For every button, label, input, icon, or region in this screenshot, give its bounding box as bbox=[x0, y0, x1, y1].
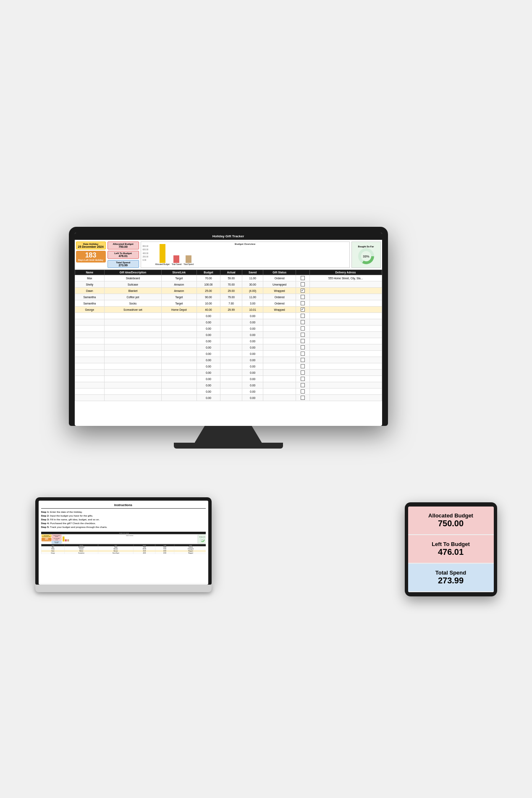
monitor-stand bbox=[195, 426, 262, 443]
gift-checkbox[interactable] bbox=[301, 320, 305, 324]
gift-checkbox[interactable] bbox=[301, 339, 305, 343]
top-cards-row: Date Holiday 25 December 2024 183 Days L… bbox=[75, 240, 382, 270]
monitor: Holiday Gift Tracker Date Holiday 25 Dec… bbox=[69, 227, 388, 449]
table-row-empty: 0.00 0.00 bbox=[75, 395, 382, 401]
table-row-empty: 0.00 0.00 bbox=[75, 326, 382, 332]
gift-checkbox[interactable] bbox=[301, 333, 305, 337]
laptop-frame: Instructions Step 1: Enter the date of t… bbox=[35, 497, 212, 585]
tablet: Allocated Budget 750.00 Left To Budget 4… bbox=[405, 502, 497, 596]
gift-checkbox[interactable] bbox=[301, 345, 305, 349]
gift-checkbox[interactable] bbox=[301, 383, 305, 387]
laptop-mini-preview: Holiday Gift Tracker Date Holiday 25 Dec… bbox=[41, 532, 206, 565]
gift-table: Name Gift Idea/Description Store/Link Bu… bbox=[75, 270, 382, 401]
bought-so-far-donut: Bought So Far 33% bbox=[351, 242, 381, 268]
monitor-base bbox=[174, 443, 283, 449]
laptop-base bbox=[35, 585, 212, 592]
tablet-card-spend: Total Spend 273.99 bbox=[408, 564, 494, 592]
monitor-screen: Holiday Gift Tracker Date Holiday 25 Dec… bbox=[75, 233, 382, 426]
table-row: Max Skateboard Target 70.00 59.00 11.00 … bbox=[75, 275, 382, 281]
table-row: George Screwdriver set Home Depot 40.00 … bbox=[75, 307, 382, 313]
instruction-step: Step 3: Fill in the name, gift idea, bud… bbox=[41, 518, 206, 521]
laptop: Instructions Step 1: Enter the date of t… bbox=[35, 497, 212, 592]
gift-checkbox[interactable] bbox=[301, 282, 305, 286]
donut-chart-svg: 33% bbox=[358, 248, 375, 265]
table-row-empty: 0.00 0.00 bbox=[75, 382, 382, 388]
gift-checkbox[interactable] bbox=[301, 326, 305, 331]
spreadsheet: Holiday Gift Tracker Date Holiday 25 Dec… bbox=[75, 233, 382, 401]
allocated-budget-card: Allocated Budget 750.00 bbox=[107, 242, 139, 249]
gift-checkbox[interactable] bbox=[301, 364, 305, 368]
gift-checkbox[interactable] bbox=[301, 276, 305, 280]
gift-checkbox[interactable] bbox=[301, 389, 305, 394]
tablet-card-left: Left To Budget 476.01 bbox=[408, 535, 494, 564]
gift-checkbox[interactable] bbox=[301, 307, 305, 312]
table-row: Shelly Suitcase Amazon 100.00 70.00 30.0… bbox=[75, 281, 382, 288]
table-row-empty: 0.00 0.00 bbox=[75, 344, 382, 351]
gift-checkbox[interactable] bbox=[301, 377, 305, 381]
table-row-empty: 0.00 0.00 bbox=[75, 313, 382, 319]
table-row-empty: 0.00 0.00 bbox=[75, 319, 382, 326]
table-row: Samantha Coffee pot Target 90.00 79.00 1… bbox=[75, 294, 382, 300]
instruction-step: Step 4: Purchased the gift? Check the ch… bbox=[41, 522, 206, 525]
table-row-empty: 0.00 0.00 bbox=[75, 357, 382, 363]
table-row-empty: 0.00 0.00 bbox=[75, 376, 382, 382]
gift-checkbox[interactable] bbox=[301, 301, 305, 305]
instruction-step: Step 2: Input the budget you have for th… bbox=[41, 514, 206, 517]
budget-overview-chart: Budget Overview 800.00 600.00 400.00 200… bbox=[141, 242, 350, 268]
table-row-empty: 0.00 0.00 bbox=[75, 332, 382, 338]
date-holiday-card: Date Holiday 25 December 2024 bbox=[76, 242, 106, 249]
gift-checkbox[interactable] bbox=[301, 352, 305, 356]
spreadsheet-title: Holiday Gift Tracker bbox=[75, 233, 382, 240]
laptop-screen: Instructions Step 1: Enter the date of t… bbox=[39, 501, 208, 585]
instruction-steps: Step 1: Enter the date of the Holiday.St… bbox=[41, 511, 206, 528]
scene: Holiday Gift Tracker Date Holiday 25 Dec… bbox=[35, 227, 497, 605]
instruction-step: Step 5: Track your budget and progress t… bbox=[41, 526, 206, 528]
monitor-frame: Holiday Gift Tracker Date Holiday 25 Dec… bbox=[69, 227, 388, 426]
gift-checkbox[interactable] bbox=[301, 314, 305, 318]
table-row-empty: 0.00 0.00 bbox=[75, 388, 382, 395]
tablet-frame: Allocated Budget 750.00 Left To Budget 4… bbox=[405, 502, 497, 596]
gift-checkbox[interactable] bbox=[301, 396, 305, 400]
gift-checkbox[interactable] bbox=[301, 358, 305, 362]
table-row-empty: 0.00 0.00 bbox=[75, 351, 382, 357]
instruction-step: Step 1: Enter the date of the Holiday. bbox=[41, 511, 206, 513]
laptop-content: Instructions Step 1: Enter the date of t… bbox=[39, 501, 208, 568]
table-row: Samantha Socks Target 10.00 7.00 3.00 Or… bbox=[75, 300, 382, 307]
left-to-budget-card: Left To Budget 476.01 bbox=[107, 251, 139, 259]
days-left-card: 183 Days Left Until Holiday bbox=[76, 251, 106, 262]
svg-text:33%: 33% bbox=[363, 255, 370, 258]
gift-checkbox[interactable] bbox=[301, 289, 305, 293]
tablet-content: Allocated Budget 750.00 Left To Budget 4… bbox=[408, 507, 494, 592]
table-row: Dawn Blanket Amazon 25.00 29.00 (4.00) W… bbox=[75, 288, 382, 294]
tablet-card-alloc: Allocated Budget 750.00 bbox=[408, 507, 494, 535]
total-spend-card: Total Spend 273.99 bbox=[107, 260, 139, 268]
tablet-screen: Allocated Budget 750.00 Left To Budget 4… bbox=[408, 507, 494, 592]
table-row-empty: 0.00 0.00 bbox=[75, 370, 382, 376]
gift-checkbox[interactable] bbox=[301, 370, 305, 375]
table-row-empty: 0.00 0.00 bbox=[75, 338, 382, 344]
svg-text:33%: 33% bbox=[201, 539, 203, 540]
table-row-empty: 0.00 0.00 bbox=[75, 363, 382, 370]
gift-checkbox[interactable] bbox=[301, 295, 305, 299]
